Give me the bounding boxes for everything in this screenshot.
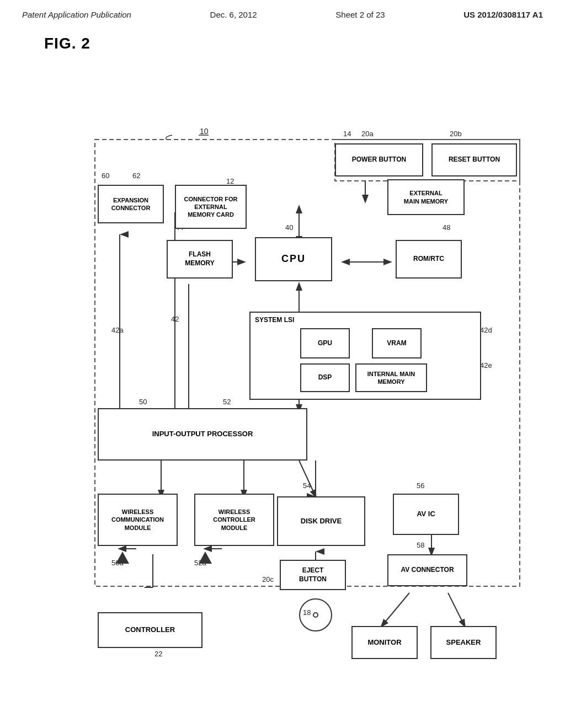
svg-text:22: 22: [154, 650, 162, 658]
svg-text:10: 10: [200, 127, 209, 136]
power-button-box: POWER BUTTON: [335, 143, 423, 176]
svg-text:42d: 42d: [480, 326, 492, 334]
svg-line-19: [382, 593, 409, 626]
page-header: Patent Application Publication Dec. 6, 2…: [0, 0, 565, 25]
header-patent: US 2012/0308117 A1: [463, 10, 543, 19]
av-connector-box: AV CONNECTOR: [387, 554, 467, 586]
diagram-area: 10 12 14 20a 20b 40 42 42a 42b 42c 42d 4…: [34, 58, 531, 665]
svg-text:42a: 42a: [111, 326, 124, 334]
svg-text:20b: 20b: [450, 130, 462, 138]
wireless-controller-box: WIRELESS CONTROLLER MODULE: [194, 494, 274, 546]
svg-text:20a: 20a: [361, 130, 374, 138]
external-main-memory-box: EXTERNAL MAIN MEMORY: [387, 179, 465, 215]
dsp-box: DSP: [300, 363, 350, 392]
flash-memory-box: FLASH MEMORY: [167, 240, 233, 279]
svg-text:20c: 20c: [262, 575, 274, 584]
expansion-connector-box: EXPANSION CONNECTOR: [98, 185, 164, 223]
svg-text:54: 54: [303, 481, 311, 490]
internal-main-memory-box: INTERNAL MAIN MEMORY: [355, 363, 427, 392]
wireless-communication-box: WIRELESS COMMUNICATION MODULE: [98, 494, 178, 546]
svg-text:40: 40: [285, 223, 293, 232]
figure-label: FIG. 2: [44, 35, 565, 52]
svg-text:14: 14: [343, 130, 351, 138]
av-ic-box: AV IC: [393, 494, 459, 535]
monitor-box: MONITOR: [351, 626, 418, 659]
reset-button-box: RESET BUTTON: [431, 143, 517, 176]
controller-box: CONTROLLER: [98, 612, 202, 648]
input-output-processor-box: INPUT-OUTPUT PROCESSOR: [98, 408, 307, 461]
gpu-box: GPU: [300, 328, 350, 358]
svg-text:50: 50: [139, 398, 147, 406]
header-publication: Patent Application Publication: [22, 10, 131, 19]
cpu-box: CPU: [255, 237, 332, 281]
svg-text:42: 42: [171, 315, 179, 323]
speaker-box: SPEAKER: [430, 626, 497, 659]
svg-text:56: 56: [417, 481, 424, 490]
vram-box: VRAM: [372, 328, 422, 358]
header-sheet: Sheet 2 of 23: [335, 10, 385, 19]
svg-text:60: 60: [102, 172, 109, 180]
header-date: Dec. 6, 2012: [210, 10, 257, 19]
svg-text:12: 12: [226, 177, 234, 185]
rom-rtc-box: ROM/RTC: [396, 240, 462, 279]
antenna-50a: [116, 552, 129, 564]
svg-text:42e: 42e: [480, 361, 492, 370]
svg-line-16: [299, 461, 316, 496]
system-lsi-box: SYSTEM LSI GPU VRAM DSP INTERNAL MAIN ME…: [249, 312, 481, 400]
eject-button-box: EJECT BUTTON: [280, 560, 346, 590]
svg-line-20: [448, 593, 465, 626]
svg-text:58: 58: [417, 541, 424, 549]
optical-disc: [299, 598, 332, 631]
svg-text:48: 48: [443, 223, 450, 232]
svg-text:62: 62: [132, 172, 140, 180]
disk-drive-box: DISK DRIVE: [277, 496, 365, 546]
svg-text:52: 52: [223, 398, 231, 406]
connector-external-memory-box: CONNECTOR FOR EXTERNAL MEMORY CARD: [175, 185, 247, 229]
antenna-52a: [199, 552, 212, 564]
